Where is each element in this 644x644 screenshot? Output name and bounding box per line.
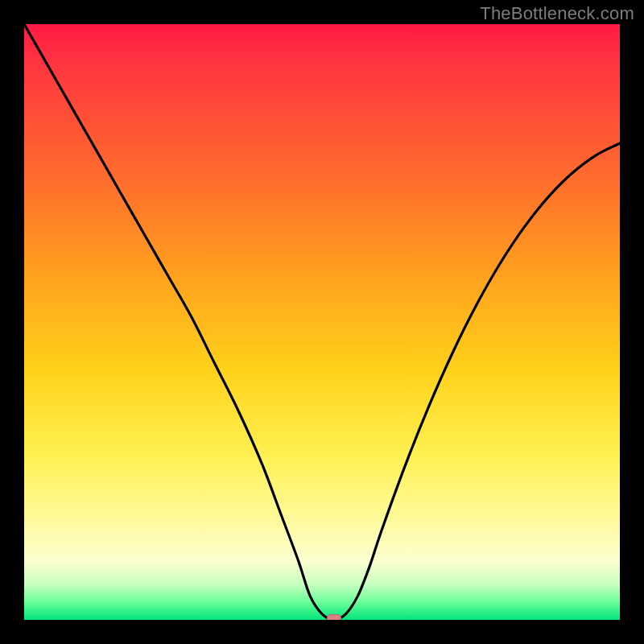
bottleneck-curve	[24, 24, 620, 620]
watermark-text: TheBottleneck.com	[480, 3, 634, 24]
plot-area	[24, 24, 620, 620]
minimum-marker	[327, 614, 341, 620]
curve-path	[24, 24, 620, 620]
chart-frame: TheBottleneck.com	[0, 0, 644, 644]
